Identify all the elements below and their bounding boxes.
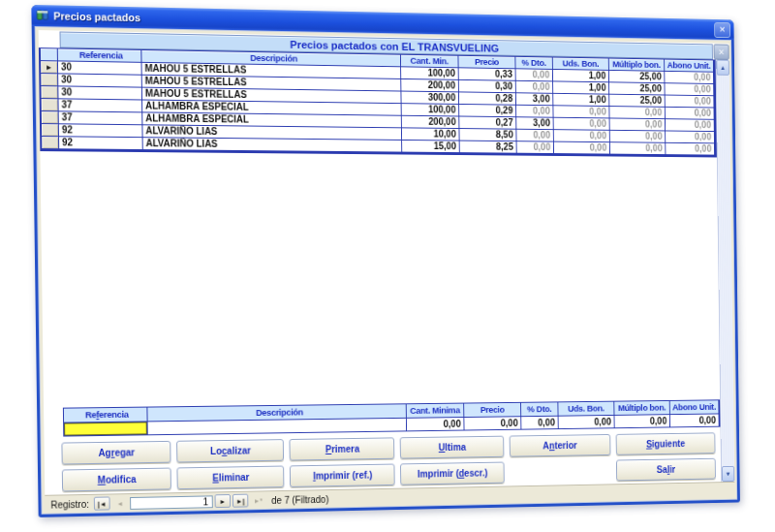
table-cell[interactable]: 0,00 bbox=[665, 72, 714, 84]
current-record-selector[interactable]: ► bbox=[41, 61, 58, 74]
entry-value-cell[interactable] bbox=[148, 418, 407, 434]
next-record-button[interactable]: ► bbox=[215, 494, 232, 508]
table-cell[interactable]: 1,00 bbox=[553, 94, 609, 107]
record-selector[interactable] bbox=[41, 74, 58, 86]
record-selector[interactable] bbox=[42, 99, 59, 111]
table-cell[interactable]: 0,00 bbox=[610, 142, 666, 155]
table-cell[interactable]: ALVARIÑO LIAS bbox=[143, 138, 403, 152]
table-cell[interactable]: 0,00 bbox=[554, 142, 610, 155]
table-cell[interactable]: 100,00 bbox=[401, 67, 459, 80]
table-cell[interactable]: 30 bbox=[58, 86, 142, 100]
table-cell[interactable]: 0,00 bbox=[666, 131, 715, 143]
column-header: Múltiplo bon. bbox=[609, 59, 666, 72]
table-cell[interactable]: 0,28 bbox=[459, 92, 516, 105]
localizar-button[interactable]: Localizar bbox=[176, 439, 284, 462]
scrollbar-track[interactable] bbox=[717, 76, 735, 467]
table-cell[interactable]: 0,00 bbox=[517, 141, 555, 154]
ultima-button[interactable]: Ultima bbox=[400, 436, 504, 459]
table-cell[interactable]: 1,00 bbox=[553, 81, 609, 94]
scroll-down-icon[interactable]: ▼ bbox=[722, 466, 734, 482]
record-selector[interactable] bbox=[41, 86, 58, 99]
table-cell[interactable]: 0,00 bbox=[516, 106, 554, 118]
referencia-input[interactable] bbox=[64, 422, 147, 435]
banner-text: Precios pactados con EL TRANSVUELING bbox=[290, 39, 499, 54]
window-close-icon[interactable]: ✕ bbox=[714, 21, 730, 37]
form-close-icon[interactable]: ✕ bbox=[714, 44, 729, 59]
record-selector[interactable] bbox=[42, 137, 59, 149]
table-cell[interactable]: 15,00 bbox=[402, 141, 460, 153]
entry-value-cell[interactable]: 0,00 bbox=[521, 416, 559, 429]
table-cell[interactable]: 25,00 bbox=[609, 82, 666, 95]
salir-button[interactable]: Salir bbox=[616, 458, 716, 482]
previous-record-button[interactable]: ◄ bbox=[111, 496, 128, 510]
table-cell[interactable]: 8,50 bbox=[459, 129, 516, 141]
entry-column-header: Uds. Bon. bbox=[558, 402, 614, 416]
table-cell[interactable]: 0,00 bbox=[666, 119, 715, 132]
table-cell[interactable]: 0,00 bbox=[554, 118, 610, 131]
table-cell[interactable]: 3,00 bbox=[516, 117, 554, 130]
table-cell[interactable]: 37 bbox=[59, 111, 143, 125]
table-cell[interactable]: 0,29 bbox=[459, 105, 516, 117]
table-cell[interactable]: 30 bbox=[58, 74, 142, 87]
prices-table: ReferenciaDescripciónCant. Min.Precio% D… bbox=[39, 47, 717, 157]
entry-value-cell[interactable]: 0,00 bbox=[670, 413, 720, 426]
entry-referencia-cell[interactable] bbox=[64, 421, 148, 435]
new-record-button[interactable]: ►* bbox=[250, 493, 265, 507]
record-number-input[interactable] bbox=[130, 495, 213, 510]
table-cell[interactable]: 10,00 bbox=[402, 128, 460, 141]
table-cell[interactable]: 0,00 bbox=[554, 130, 610, 142]
table-cell[interactable]: 200,00 bbox=[401, 79, 459, 92]
entry-value-cell[interactable]: 0,00 bbox=[614, 414, 670, 427]
table-cell[interactable]: 0,00 bbox=[610, 131, 666, 143]
table-cell[interactable]: 25,00 bbox=[609, 71, 666, 83]
table-cell[interactable]: 0,33 bbox=[459, 68, 516, 80]
table-cell[interactable]: 0,00 bbox=[666, 95, 715, 108]
entry-column-header: % Dto. bbox=[521, 402, 559, 416]
table-cell[interactable]: 25,00 bbox=[609, 95, 666, 108]
desktop-background: Precios pactados ✕ Precios pactados con … bbox=[0, 0, 775, 532]
entry-column-header: Abono Unit. bbox=[670, 400, 720, 414]
table-cell[interactable]: 0,30 bbox=[459, 80, 516, 93]
eliminar-button[interactable]: Eliminar bbox=[177, 466, 285, 490]
entry-column-header: Referencia bbox=[64, 408, 148, 422]
table-cell[interactable]: 92 bbox=[59, 124, 143, 138]
column-header: Cant. Min. bbox=[401, 55, 459, 69]
table-cell[interactable]: 0,00 bbox=[516, 81, 554, 94]
table-cell[interactable]: 0,00 bbox=[516, 130, 554, 142]
table-cell[interactable]: 8,25 bbox=[460, 141, 517, 154]
modifica-button[interactable]: Modifica bbox=[62, 468, 171, 492]
table-cell[interactable]: 0,00 bbox=[665, 83, 714, 96]
table-cell[interactable]: 200,00 bbox=[402, 116, 460, 129]
column-header: Precio bbox=[458, 56, 515, 70]
last-record-button[interactable]: ►| bbox=[232, 494, 249, 508]
entry-value-cell[interactable]: 0,00 bbox=[559, 415, 615, 428]
table-cell[interactable]: 0,00 bbox=[609, 118, 666, 131]
table-cell[interactable]: 300,00 bbox=[401, 92, 459, 105]
scroll-up-icon[interactable]: ▲ bbox=[716, 60, 728, 76]
table-cell[interactable]: 0,00 bbox=[609, 107, 666, 119]
imprimir-descr-button[interactable]: Imprimir (descr.) bbox=[400, 462, 504, 485]
form-frame: Precios pactados con EL TRANSVUELING ✕ R… bbox=[35, 26, 738, 515]
table-cell[interactable]: 0,00 bbox=[516, 69, 554, 81]
table-cell[interactable]: 0,00 bbox=[666, 108, 715, 120]
entry-value-cell[interactable]: 0,00 bbox=[464, 416, 521, 429]
primera-button[interactable]: Primera bbox=[290, 437, 395, 460]
imprimir-ref-button[interactable]: Imprimir (ref.) bbox=[290, 464, 395, 487]
table-cell[interactable]: 0,00 bbox=[553, 106, 609, 118]
record-selector[interactable] bbox=[42, 124, 59, 137]
app-icon bbox=[36, 9, 49, 22]
table-cell[interactable]: 1,00 bbox=[553, 70, 609, 82]
table-cell[interactable]: 3,00 bbox=[516, 93, 554, 106]
entry-value-cell[interactable]: 0,00 bbox=[407, 417, 465, 430]
table-cell[interactable]: 0,27 bbox=[459, 116, 516, 129]
selector-column-header bbox=[41, 48, 58, 61]
siguiente-button[interactable]: Siguiente bbox=[615, 432, 715, 454]
table-cell[interactable]: 92 bbox=[59, 137, 143, 150]
table-cell[interactable]: 37 bbox=[58, 99, 142, 112]
agregar-button[interactable]: Agregar bbox=[61, 441, 170, 465]
first-record-button[interactable]: |◄ bbox=[94, 496, 110, 510]
table-cell[interactable]: 100,00 bbox=[402, 104, 460, 116]
anterior-button[interactable]: Anterior bbox=[509, 434, 610, 457]
record-selector[interactable] bbox=[42, 111, 59, 124]
table-cell[interactable]: 0,00 bbox=[666, 143, 715, 156]
